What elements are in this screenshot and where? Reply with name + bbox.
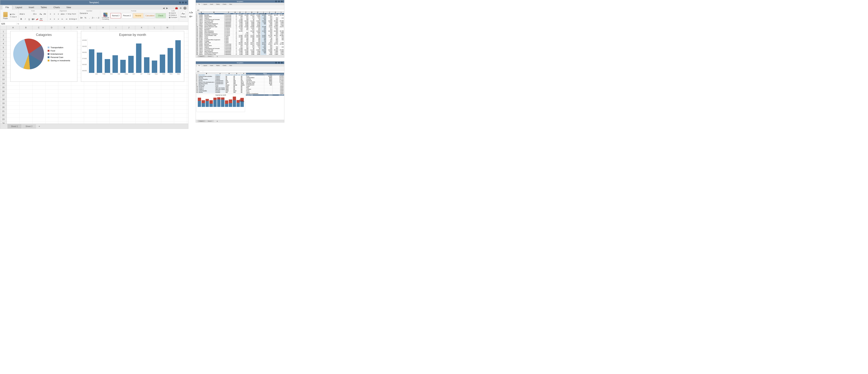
row-header[interactable]: 12	[0, 73, 7, 77]
row-header[interactable]: 16	[0, 89, 7, 93]
align-top-icon[interactable]: ≡	[49, 12, 52, 15]
align-mid-icon[interactable]: ≡	[53, 12, 56, 15]
row-header[interactable]: 7	[0, 54, 7, 57]
sheet-tab-1[interactable]: Sheet 1	[7, 124, 22, 128]
mini2-sheet2[interactable]: Sheet 2	[206, 120, 214, 122]
col-header[interactable]: H	[97, 26, 110, 29]
row-header[interactable]: 24	[0, 121, 7, 124]
number-format-select[interactable]: General ▾	[80, 12, 96, 14]
col-header[interactable]: A	[7, 26, 20, 29]
merge-button[interactable]: ⊞ Merge ▾	[69, 18, 78, 20]
add-sheet-button[interactable]: +	[36, 124, 42, 129]
pie-chart[interactable]: Catagories TransportationFoodEntertainme…	[10, 31, 78, 82]
mini2-add-sheet[interactable]: +	[214, 119, 220, 124]
theme-fonts-icon[interactable]: Aổ▾	[189, 11, 192, 14]
font-color-icon[interactable]: A▾	[39, 18, 43, 21]
col-header[interactable]: J	[122, 26, 135, 29]
col-header[interactable]: B	[20, 26, 32, 29]
mini2-window-controls[interactable]	[275, 62, 283, 64]
indent-inc-icon[interactable]: ⇥	[65, 18, 68, 21]
fill-color-icon[interactable]: ◢▾	[35, 18, 39, 21]
mini1-tab-file[interactable]: File	[196, 3, 202, 5]
row-header[interactable]: 15	[0, 85, 7, 89]
name-box[interactable]: G25	[0, 23, 17, 25]
style-card[interactable]: Neutral	[133, 13, 144, 18]
mini1-add-sheet[interactable]: +	[214, 54, 220, 59]
select-all-corner[interactable]	[0, 26, 7, 29]
mini1-namebox[interactable]: G25	[196, 10, 203, 11]
style-card[interactable]: Calculation	[144, 13, 155, 18]
mini2-tab-view[interactable]: View	[228, 64, 234, 66]
mini1-grid[interactable]: ABCDEFGHIJKL1No.Marketing BudgetCategori…	[196, 11, 284, 55]
help-icon[interactable]: ?	[184, 7, 186, 10]
row-header[interactable]: 8	[0, 57, 7, 61]
nav-back-icon[interactable]: ◀	[163, 7, 164, 9]
toolbox-icon[interactable]: 🧰	[175, 7, 178, 9]
tab-view[interactable]: View	[63, 5, 74, 10]
mini1-tab-view[interactable]: View	[228, 3, 234, 5]
mini2-sheet1[interactable]: Sheet 1	[197, 120, 206, 122]
grow-font-icon[interactable]: A▴	[39, 12, 42, 15]
row-header[interactable]: 22	[0, 113, 7, 117]
row-header[interactable]: 4	[0, 41, 7, 45]
row-header[interactable]: 10	[0, 65, 7, 69]
col-header[interactable]: L	[148, 26, 161, 29]
mini1-tab-charts[interactable]: Charts	[221, 3, 228, 5]
row-header[interactable]: 18	[0, 97, 7, 101]
percent-icon[interactable]: %	[84, 16, 87, 20]
clear-button[interactable]: ✕ Clear ▾	[9, 16, 18, 18]
row-header[interactable]: 1	[0, 30, 7, 33]
nav-fwd-icon[interactable]: ▶	[166, 7, 168, 9]
format-cells-button[interactable]: ▦ Format ▾	[168, 16, 178, 19]
style-card[interactable]: Percent 2	[122, 13, 132, 18]
row-header[interactable]: 20	[0, 105, 7, 109]
settings-gear-icon[interactable]: ⚙	[180, 7, 182, 9]
style-card[interactable]: Normal 2	[111, 13, 121, 18]
bold-icon[interactable]: B	[20, 18, 23, 21]
row-header[interactable]: 17	[0, 93, 7, 97]
tab-insert[interactable]: Insert	[25, 5, 37, 10]
font-name-select[interactable]: Arial ▾	[20, 13, 32, 15]
mini1-tab-layout[interactable]: Layout	[202, 3, 209, 5]
shrink-font-icon[interactable]: A▾	[43, 12, 46, 15]
sheet-tab-2[interactable]: Sheet 2	[22, 124, 36, 128]
wrap-text-button[interactable]: ↵ Wrap Text ▾	[65, 13, 76, 15]
insert-cells-button[interactable]: ⊞ Insert ▾	[168, 12, 178, 14]
align-bot-icon[interactable]: ≡	[57, 12, 60, 15]
row-header[interactable]: 13	[0, 77, 7, 81]
bar-chart[interactable]: Expense by month 4000$3900$3800$3700$360…	[81, 31, 184, 82]
row-header[interactable]: 2	[0, 33, 7, 37]
inc-decimal-icon[interactable]: .0→	[92, 16, 95, 20]
tab-file[interactable]: File	[2, 5, 12, 10]
indent-dec-icon[interactable]: ⇤	[61, 18, 64, 21]
fill-button[interactable]: ▦ Fill ▾	[9, 13, 18, 15]
mini1-sheet2[interactable]: Sheet 2	[206, 55, 214, 57]
underline-icon[interactable]: U	[28, 18, 31, 21]
comma-icon[interactable]: ,	[88, 16, 91, 20]
tab-layout[interactable]: Layout	[12, 5, 25, 10]
row-header[interactable]: 5	[0, 45, 7, 50]
mini1-window-controls[interactable]	[275, 1, 283, 2]
font-size-select[interactable]: 16 ▾	[33, 13, 38, 15]
mini1-tab-insert[interactable]: Insert	[209, 3, 215, 5]
row-header[interactable]: 9	[0, 61, 7, 65]
col-header[interactable]: D	[45, 26, 58, 29]
orientation-select[interactable]: abc▾	[61, 13, 64, 15]
col-header[interactable]: C	[32, 26, 45, 29]
col-header[interactable]: K	[135, 26, 148, 29]
mini2-namebox[interactable]: G25	[196, 71, 203, 72]
currency-icon[interactable]: $▾	[80, 16, 83, 20]
row-header[interactable]: 11	[0, 69, 7, 73]
paste-button[interactable]: Paste	[2, 11, 8, 20]
col-header[interactable]: F	[71, 26, 84, 29]
sheet-area[interactable]: ABCDEFGHIJKLM 12345678910111213141516171…	[0, 26, 188, 124]
mini2-tab-file[interactable]: File	[196, 64, 202, 66]
border-icon[interactable]: ▦▾	[32, 18, 35, 21]
mini2-tab-layout[interactable]: Layout	[202, 64, 209, 66]
mini2-tab-tables[interactable]: Tables	[215, 64, 221, 66]
row-header[interactable]: 6	[0, 50, 7, 54]
row-header[interactable]: 23	[0, 117, 7, 121]
col-header[interactable]: G	[84, 26, 97, 29]
align-center-icon[interactable]: ≡	[53, 18, 56, 21]
col-header[interactable]: I	[110, 26, 122, 29]
